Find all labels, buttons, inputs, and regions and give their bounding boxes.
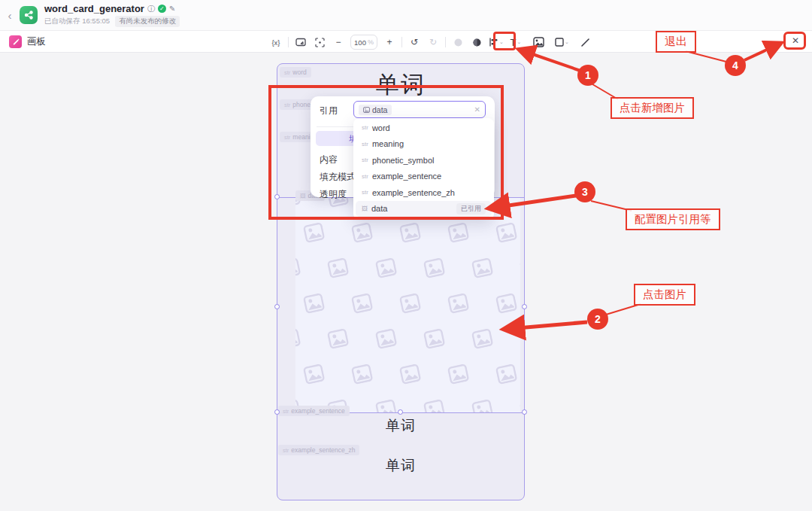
placeholder-image-icon — [447, 293, 470, 318]
card-bottom-text-2[interactable]: 单词 — [277, 456, 525, 476]
annotation-step3-badge: 3 — [574, 181, 595, 202]
zoom-out-button[interactable]: − — [332, 35, 345, 50]
placeholder-image-icon — [447, 363, 470, 388]
annotation-step2-badge: 2 — [587, 309, 608, 330]
placeholder-image-icon — [519, 257, 520, 282]
frame-tool-icon[interactable] — [294, 35, 308, 50]
field-tag-example-sentence-zh: strexample_sentence_zh — [278, 445, 359, 455]
placeholder-image-icon — [350, 222, 374, 247]
fit-view-icon[interactable] — [313, 35, 326, 50]
placeholder-image-icon — [350, 363, 374, 388]
placeholder-image-icon — [398, 293, 422, 318]
placeholder-image-icon — [295, 328, 302, 353]
chevron-down-icon: ⌄ — [517, 39, 521, 45]
placeholder-image-icon — [471, 328, 494, 353]
resize-handle[interactable] — [522, 304, 527, 309]
shape-tool-icon[interactable]: ⌄ — [555, 35, 569, 50]
board-label: 画板 — [27, 35, 46, 48]
placeholder-image-icon — [495, 222, 518, 247]
placeholder-image-icon — [398, 363, 422, 388]
placeholder-image-icon — [423, 328, 446, 353]
annotation-exit-label: 退出 — [656, 31, 696, 53]
placeholder-image-icon — [447, 222, 470, 247]
placeholder-image-icon — [471, 399, 494, 412]
edit-title-icon[interactable]: ✎ — [169, 5, 175, 13]
theme-light-icon[interactable] — [451, 35, 465, 50]
field-tag-example-sentence: strexample_sentence — [278, 406, 350, 416]
annotation-step1-badge: 1 — [577, 65, 598, 86]
annotation-step1-label: 点击新增图片 — [611, 97, 694, 119]
divider — [445, 37, 446, 47]
pen-tool-icon[interactable] — [579, 35, 592, 50]
annotation-box-close — [783, 32, 806, 50]
zoom-unit: % — [368, 38, 374, 46]
chevron-down-icon: ⌄ — [565, 39, 569, 45]
divider — [288, 37, 289, 47]
resize-handle[interactable] — [274, 304, 280, 309]
placeholder-image-icon — [495, 363, 518, 388]
placeholder-image-icon — [519, 399, 520, 412]
placeholder-image-icon — [471, 257, 494, 282]
placeholder-image-icon — [423, 399, 446, 412]
placeholder-image-icon — [398, 222, 422, 247]
zoom-value: 100 — [354, 38, 366, 47]
app-header: ‹ word_card_generator ⓘ ✓ ✎ 已自动保存 16:55:… — [0, 0, 812, 30]
back-button[interactable]: ‹ — [0, 9, 20, 22]
annotation-box-image-tool — [493, 32, 516, 50]
undo-button[interactable]: ↺ — [408, 35, 421, 50]
annotation-step3-label: 配置图片引用等 — [626, 208, 720, 230]
placeholder-image-icon — [374, 399, 398, 412]
annotation-step4-badge: 4 — [725, 55, 746, 76]
placeholder-image-icon — [350, 293, 374, 318]
redo-button[interactable]: ↻ — [426, 35, 440, 50]
autosave-status: 已自动保存 16:55:05 — [44, 17, 110, 26]
annotation-step2-label: 点击图片 — [634, 284, 695, 306]
resize-handle[interactable] — [274, 409, 280, 415]
annotation-highlight-rect — [268, 85, 504, 220]
field-tag-word: strword — [280, 67, 311, 78]
info-icon[interactable]: ⓘ — [147, 4, 155, 14]
placeholder-image-icon — [302, 363, 326, 388]
placeholder-image-icon — [326, 257, 350, 282]
placeholder-image-icon — [519, 328, 520, 353]
board-icon — [9, 35, 22, 48]
placeholder-image-icon — [302, 222, 326, 247]
resize-handle[interactable] — [398, 409, 403, 415]
app-title: word_card_generator — [44, 3, 144, 14]
zoom-in-button[interactable]: + — [383, 35, 396, 50]
zoom-level-input[interactable]: 100 % — [350, 35, 377, 50]
placeholder-image-icon — [519, 197, 520, 211]
placeholder-image-icon — [423, 257, 446, 282]
theme-dark-icon[interactable] — [470, 35, 483, 50]
unpublished-badge: 有尚未发布的修改 — [115, 16, 180, 27]
verified-icon: ✓ — [158, 5, 166, 13]
image-tool-icon[interactable] — [532, 35, 546, 50]
placeholder-image-icon — [326, 328, 350, 353]
placeholder-image-icon — [295, 257, 302, 282]
placeholder-image-icon — [302, 293, 326, 318]
divider — [401, 37, 402, 47]
placeholder-image-icon — [495, 293, 518, 318]
variable-tool-icon[interactable]: {x} — [269, 35, 283, 50]
app-logo-icon — [20, 6, 38, 24]
resize-handle[interactable] — [522, 409, 527, 415]
placeholder-image-icon — [374, 328, 398, 353]
placeholder-image-icon — [374, 257, 398, 282]
image-placeholder-element[interactable] — [295, 197, 520, 412]
card-bottom-text-1[interactable]: 单词 — [277, 416, 525, 436]
